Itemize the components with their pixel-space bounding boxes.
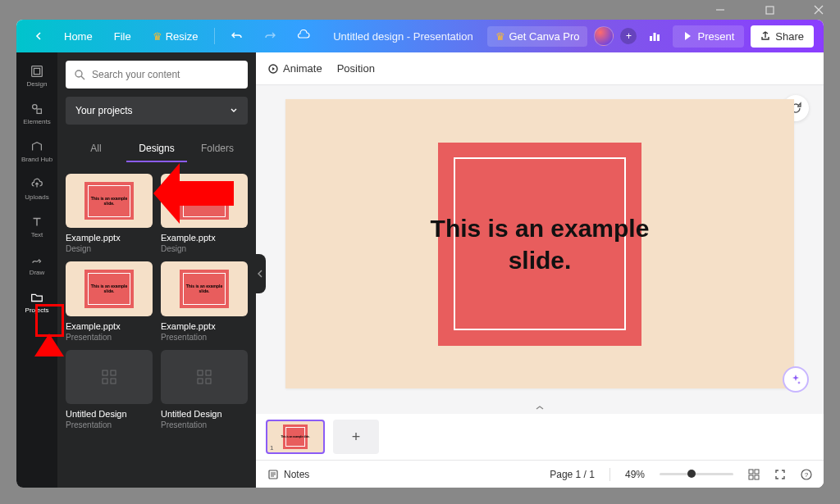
search-field[interactable] — [66, 61, 248, 89]
search-icon — [74, 69, 85, 80]
slide[interactable]: This is an exampleslide. — [285, 99, 794, 388]
card-subtitle: Presentation — [66, 420, 153, 429]
crown-icon: ♛ — [153, 30, 162, 43]
svg-rect-8 — [34, 68, 39, 74]
window-close-button[interactable] — [804, 0, 833, 20]
add-collaborator-button[interactable]: + — [620, 28, 637, 44]
zoom-slider[interactable] — [660, 473, 733, 475]
window-maximize-button[interactable] — [755, 0, 784, 20]
notes-button[interactable]: Notes — [267, 469, 309, 480]
project-card[interactable]: This is an exampleslide.Example.pptxPres… — [66, 261, 153, 341]
svg-rect-13 — [103, 370, 107, 375]
svg-rect-6 — [657, 34, 660, 41]
card-subtitle: Design — [161, 244, 248, 253]
fullscreen-button[interactable] — [774, 469, 786, 480]
bottom-bar: Notes Page 1 / 1 49% ? — [256, 460, 824, 488]
sidebar-uploads[interactable]: Uploads — [18, 170, 56, 207]
card-title: Example.pptx — [66, 233, 153, 243]
canvas-stage[interactable]: This is an exampleslide. — [256, 85, 824, 402]
page-indicator: Page 1 / 1 — [550, 469, 595, 480]
resize-button[interactable]: ♛Resize — [144, 25, 207, 48]
sidebar-projects[interactable]: Projects — [18, 284, 56, 320]
sidebar-label: Elements — [23, 118, 50, 125]
sidebar-draw[interactable]: Draw — [18, 246, 56, 282]
notes-icon — [267, 469, 279, 480]
card-title: Untitled Design — [66, 409, 153, 419]
slide-text[interactable]: This is an exampleslide. — [431, 212, 650, 276]
sidebar-label: Draw — [30, 269, 45, 276]
analytics-icon[interactable] — [643, 25, 666, 48]
svg-rect-5 — [654, 33, 656, 41]
projects-panel: Your projects All Designs Folders This i… — [57, 52, 256, 488]
undo-button[interactable] — [223, 25, 251, 47]
user-avatar[interactable] — [594, 26, 614, 46]
share-button[interactable]: Share — [751, 25, 814, 48]
svg-rect-14 — [111, 370, 116, 375]
back-button[interactable] — [26, 27, 51, 45]
document-title[interactable]: Untitled design - Presentation — [318, 30, 487, 43]
animate-button[interactable]: Animate — [267, 62, 322, 75]
add-page-button[interactable]: + — [333, 420, 379, 454]
svg-rect-17 — [198, 370, 203, 375]
share-label: Share — [775, 30, 804, 43]
sidebar-label: Brand Hub — [21, 156, 52, 163]
card-title: Example.pptx — [66, 321, 153, 331]
svg-line-12 — [81, 76, 84, 79]
get-canva-pro-button[interactable]: ♛Get Canva Pro — [487, 26, 587, 47]
file-menu[interactable]: File — [106, 25, 139, 48]
project-card[interactable]: Untitled DesignPresentation — [161, 350, 248, 429]
dropdown-label: Your projects — [75, 105, 133, 116]
sidebar-brand-hub[interactable]: Brand Hub — [18, 133, 56, 169]
thumb-text: This is an example slide. — [281, 435, 309, 438]
cloud-sync-icon[interactable] — [289, 25, 318, 48]
divider — [609, 468, 610, 481]
magic-button[interactable] — [783, 366, 809, 393]
home-button[interactable]: Home — [56, 25, 101, 48]
app-window: Home File ♛Resize Untitled design - Pres… — [16, 20, 824, 488]
zoom-value[interactable]: 49% — [625, 469, 645, 480]
tab-designs[interactable]: Designs — [126, 136, 187, 162]
project-card[interactable]: This is an exampleslide.Example.pptxPres… — [161, 261, 248, 341]
svg-rect-4 — [650, 36, 652, 41]
card-subtitle: Presentation — [161, 333, 248, 342]
window-minimize-button[interactable] — [705, 0, 735, 20]
position-button[interactable]: Position — [337, 62, 375, 75]
sidebar-label: Text — [31, 231, 43, 238]
redo-button[interactable] — [256, 25, 284, 47]
card-subtitle: Presentation — [161, 420, 248, 429]
card-subtitle: Design — [66, 244, 153, 253]
help-button[interactable]: ? — [801, 469, 812, 480]
present-label: Present — [697, 30, 734, 43]
canvas-toolbar: Animate Position — [256, 52, 824, 85]
sidebar-design[interactable]: Design — [18, 57, 56, 93]
card-title: Untitled Design — [161, 409, 248, 419]
canvas-area: Animate Position This is an exampleslide… — [256, 52, 824, 488]
chevron-down-icon — [230, 107, 238, 115]
search-input[interactable] — [92, 69, 240, 80]
svg-rect-27 — [755, 470, 759, 474]
present-button[interactable]: Present — [673, 25, 744, 48]
grid-view-button[interactable] — [748, 469, 760, 480]
svg-rect-29 — [755, 475, 759, 479]
sidebar-elements[interactable]: Elements — [18, 95, 56, 131]
project-card[interactable]: This is an exampleslide.Example.pptxDesi… — [161, 174, 248, 253]
card-title: Example.pptx — [161, 233, 248, 243]
svg-rect-15 — [103, 379, 107, 384]
menu-divider — [214, 28, 215, 44]
tab-all[interactable]: All — [66, 136, 126, 162]
svg-text:?: ? — [805, 471, 809, 479]
svg-point-9 — [33, 104, 37, 108]
projects-dropdown[interactable]: Your projects — [66, 97, 248, 125]
project-card[interactable]: Untitled DesignPresentation — [66, 350, 153, 429]
tab-folders[interactable]: Folders — [187, 136, 248, 162]
project-card[interactable]: This is an exampleslide.Example.pptxDesi… — [66, 174, 153, 253]
sidebar-text[interactable]: Text — [18, 208, 56, 244]
panel-collapse-handle[interactable] — [254, 254, 266, 293]
sparkle-icon — [790, 374, 801, 385]
play-icon — [682, 31, 692, 41]
side-rail: Design Elements Brand Hub Uploads Text D… — [16, 52, 57, 488]
svg-rect-20 — [206, 379, 211, 384]
thumbnail-expander[interactable] — [256, 402, 824, 414]
svg-rect-18 — [206, 370, 211, 375]
page-thumbnail-1[interactable]: This is an example slide. 1 — [266, 420, 325, 454]
